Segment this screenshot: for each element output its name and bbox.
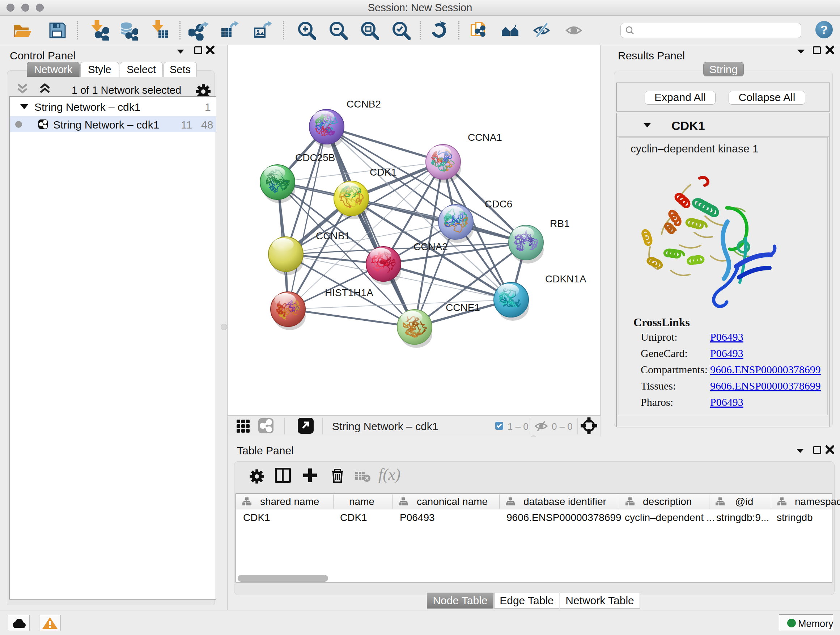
svg-text:CDK1: CDK1 — [370, 166, 397, 178]
svg-text:CDC25B: CDC25B — [295, 152, 335, 163]
svg-text:CDKN1A: CDKN1A — [545, 273, 586, 285]
svg-text:CCNE1: CCNE1 — [446, 302, 480, 313]
svg-text:RB1: RB1 — [550, 218, 569, 229]
svg-text:HIST1H1A: HIST1H1A — [325, 287, 373, 298]
svg-text:CCNB2: CCNB2 — [347, 98, 381, 110]
svg-text:CDC6: CDC6 — [485, 198, 512, 210]
svg-text:CCNA2: CCNA2 — [414, 241, 448, 252]
svg-text:CCNB1: CCNB1 — [316, 230, 350, 241]
svg-text:CCNA1: CCNA1 — [468, 132, 502, 143]
